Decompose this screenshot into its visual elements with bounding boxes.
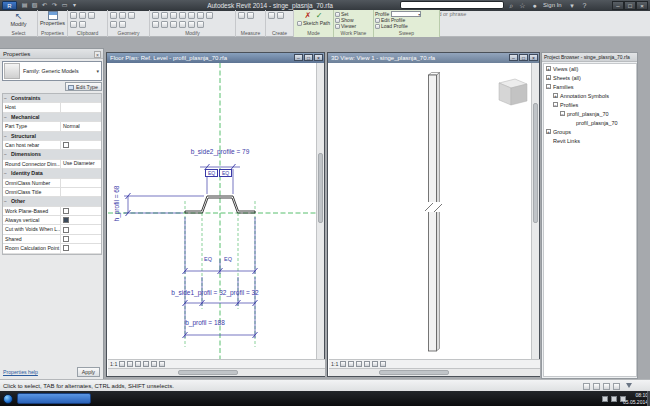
checkbox-icon[interactable]: [63, 236, 69, 242]
window-minimize-icon[interactable]: –: [509, 54, 518, 61]
tree-item-groups[interactable]: Groups: [544, 127, 636, 136]
property-section[interactable]: Other: [3, 197, 101, 206]
floor-plan-title-bar[interactable]: Floor Plan: Ref. Level - profil_plasnja_…: [107, 53, 324, 63]
worksets-status-icon[interactable]: [583, 383, 590, 390]
close-button[interactable]: ×: [636, 1, 648, 10]
cope-icon[interactable]: [110, 12, 117, 19]
property-row[interactable]: Can host rebar: [3, 141, 101, 150]
help-icon[interactable]: ?: [580, 1, 589, 10]
property-row[interactable]: Cut with Voids When L...: [3, 225, 101, 234]
properties-toggle-button[interactable]: Properties: [39, 11, 66, 26]
editable-only-icon[interactable]: [603, 383, 610, 390]
split-icon[interactable]: [152, 21, 159, 28]
dimension-h-profil[interactable]: h_profil = 68: [113, 174, 120, 234]
expand-icon[interactable]: [546, 75, 551, 80]
tree-item-profiles[interactable]: Profiles: [544, 100, 636, 109]
move-icon[interactable]: [179, 12, 186, 19]
tree-item-profile-type[interactable]: profil_plasnja_70: [544, 118, 636, 127]
collapse-icon[interactable]: [4, 113, 10, 122]
horizontal-scrollbar[interactable]: [329, 368, 540, 376]
panel-label-clipboard[interactable]: Clipboard: [68, 29, 107, 37]
window-close-icon[interactable]: ×: [314, 54, 323, 61]
offset-icon[interactable]: [161, 12, 168, 19]
tree-item-views[interactable]: Views (all): [544, 64, 636, 73]
properties-palette-header[interactable]: Properties: [0, 49, 103, 59]
delete-icon[interactable]: [197, 21, 204, 28]
copy-tool-icon[interactable]: [188, 12, 195, 19]
sketch-path-label[interactable]: Sketch Path: [303, 20, 330, 26]
sun-path-icon[interactable]: [356, 361, 362, 367]
scale-icon[interactable]: [170, 21, 177, 28]
rotate-icon[interactable]: [197, 12, 204, 19]
crop-region-visible-icon[interactable]: [159, 361, 165, 367]
horizontal-scrollbar[interactable]: [108, 368, 325, 376]
property-row[interactable]: Round Connector Dim...Use Diameter: [3, 160, 101, 169]
checkbox-icon[interactable]: [63, 142, 69, 148]
type-selector[interactable]: Family: Generic Models ▾: [2, 61, 102, 81]
property-section[interactable]: Identity Data: [3, 169, 101, 178]
collapse-icon[interactable]: [560, 111, 565, 116]
align-icon[interactable]: [152, 12, 159, 19]
measure-icon[interactable]: [238, 12, 245, 19]
filter-icon[interactable]: [626, 383, 632, 388]
collapse-icon[interactable]: [4, 169, 10, 178]
cut-geometry-icon[interactable]: [119, 12, 126, 19]
edit-type-button[interactable]: Edit Type: [65, 82, 102, 91]
expand-icon[interactable]: [553, 93, 558, 98]
collapse-icon[interactable]: [4, 94, 10, 103]
collapse-icon[interactable]: [4, 197, 10, 206]
panel-label-create[interactable]: Create: [266, 29, 293, 37]
collapse-icon[interactable]: [4, 132, 10, 141]
vertical-scrollbar[interactable]: [531, 63, 539, 359]
start-button[interactable]: [3, 394, 13, 404]
dimension-b-side2[interactable]: b_side2_profile = 79: [160, 148, 280, 155]
properties-help-link[interactable]: Properties help: [3, 369, 38, 375]
property-section[interactable]: Dimensions: [3, 150, 101, 159]
window-close-icon[interactable]: ×: [529, 54, 538, 61]
pin-icon[interactable]: [179, 21, 186, 28]
user-icon[interactable]: ●: [530, 1, 539, 10]
undo-icon[interactable]: ↶: [40, 1, 49, 10]
eq-dimension-label[interactable]: EQ: [224, 256, 232, 262]
star-icon[interactable]: ☆: [518, 1, 527, 10]
match-type-icon[interactable]: [70, 21, 77, 28]
tree-item-annotation-symbols[interactable]: Annotation Symbols: [544, 91, 636, 100]
visual-style-icon[interactable]: [348, 361, 354, 367]
property-row[interactable]: Work Plane-Based: [3, 207, 101, 216]
collapse-icon[interactable]: [4, 150, 10, 159]
panel-label-properties[interactable]: Properties: [38, 29, 67, 37]
print-icon[interactable]: ▭: [60, 1, 69, 10]
collapse-icon[interactable]: [546, 84, 551, 89]
panel-label-measure[interactable]: Measure: [236, 29, 265, 37]
vertical-scrollbar[interactable]: [316, 63, 324, 359]
create-similar-icon[interactable]: [277, 12, 284, 19]
create-group-icon[interactable]: [268, 12, 275, 19]
eq-dimension-label[interactable]: EQ: [219, 169, 232, 177]
mirror-icon[interactable]: [170, 12, 177, 19]
property-row[interactable]: Always vertical: [3, 216, 101, 225]
cut-icon[interactable]: [88, 12, 95, 19]
property-row[interactable]: OmniClass Number: [3, 179, 101, 188]
infocenter-search[interactable]: [400, 1, 504, 9]
paste-icon[interactable]: [70, 12, 77, 19]
search-icon[interactable]: ⌕: [507, 1, 516, 10]
design-options-status-icon[interactable]: [593, 383, 600, 390]
tree-item-profile-family[interactable]: profil_plasnja_70: [544, 109, 636, 118]
dimension-b-side1[interactable]: b_side1_profil = 32_profil = 32: [130, 289, 300, 296]
tree-item-sheets[interactable]: Sheets (all): [544, 73, 636, 82]
panel-label-select[interactable]: Select: [0, 29, 37, 37]
sun-path-icon[interactable]: [135, 361, 141, 367]
revit-app-button[interactable]: R: [2, 1, 17, 10]
minimize-button[interactable]: –: [612, 1, 624, 10]
scale-label[interactable]: 1:1: [110, 361, 117, 367]
checkbox-icon[interactable]: [63, 208, 69, 214]
scale-label[interactable]: 1:1: [331, 361, 338, 367]
eq-dimension-label[interactable]: EQ: [204, 256, 212, 262]
panel-label-geometry[interactable]: Geometry: [108, 29, 149, 37]
rendering-icon[interactable]: [372, 361, 378, 367]
trim-icon[interactable]: [206, 12, 213, 19]
property-section[interactable]: Constraints: [3, 94, 101, 103]
unpin-icon[interactable]: [188, 21, 195, 28]
palette-close-icon[interactable]: ×: [94, 51, 101, 58]
paint-icon[interactable]: [110, 21, 117, 28]
